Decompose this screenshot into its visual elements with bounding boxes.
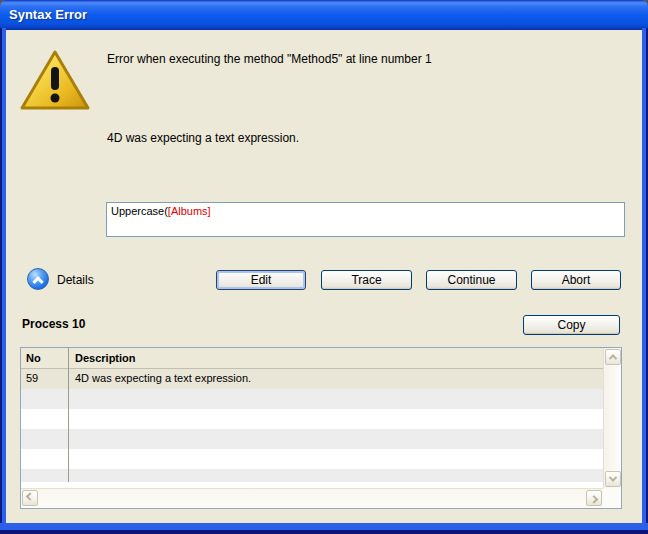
title-bar[interactable]: Syntax Error: [0, 0, 648, 30]
error-table: No Description 59 4D was expecting a tex…: [20, 347, 622, 509]
error-message-line1: Error when executing the method "Method5…: [107, 52, 627, 66]
code-expression-box[interactable]: Uppercase([Albums]: [106, 202, 625, 237]
cell-error-number: 59: [26, 372, 38, 384]
scroll-right-button[interactable]: [586, 490, 602, 506]
chevron-down-icon: [609, 473, 617, 481]
vertical-scrollbar[interactable]: [603, 348, 621, 488]
table-row-empty: [21, 429, 603, 449]
table-row-empty: [21, 449, 603, 469]
table-row-empty: [21, 469, 603, 482]
cell-error-description: 4D was expecting a text expression.: [75, 372, 251, 384]
chevron-left-icon: [26, 492, 34, 500]
details-label: Details: [57, 273, 94, 287]
error-message-line2: 4D was expecting a text expression.: [107, 131, 627, 145]
syntax-error-dialog: Syntax Error Error when executing the me…: [0, 0, 648, 534]
copy-button[interactable]: Copy: [523, 315, 620, 335]
column-divider: [68, 348, 69, 482]
window-frame-right: [642, 28, 648, 534]
scroll-left-button[interactable]: [22, 490, 38, 506]
chevron-up-icon: [32, 276, 43, 287]
chevron-right-icon: [590, 495, 598, 503]
table-row[interactable]: 59 4D was expecting a text expression.: [21, 369, 603, 389]
window-title: Syntax Error: [9, 0, 87, 30]
trace-button[interactable]: Trace: [321, 270, 412, 290]
horizontal-scrollbar[interactable]: [21, 488, 603, 508]
table-body: 59 4D was expecting a text expression.: [21, 369, 603, 488]
scroll-up-button[interactable]: [605, 349, 621, 365]
column-header-description: Description: [75, 352, 136, 364]
window-frame-bottom: [0, 523, 648, 534]
column-header-no: No: [26, 352, 41, 364]
window-frame-left: [0, 28, 6, 534]
warning-icon: [18, 48, 92, 118]
details-toggle-button[interactable]: [27, 268, 49, 290]
abort-button[interactable]: Abort: [531, 270, 621, 290]
code-error-highlight: [Albums]: [168, 205, 211, 217]
code-text: Uppercase(: [111, 205, 168, 217]
table-row-empty: [21, 409, 603, 429]
table-header: No Description: [21, 348, 603, 369]
continue-button[interactable]: Continue: [426, 270, 517, 290]
edit-button[interactable]: Edit: [216, 270, 306, 290]
scroll-down-button[interactable]: [605, 471, 621, 487]
process-title: Process 10: [22, 317, 85, 331]
scrollbar-corner: [603, 488, 621, 508]
table-row-empty: [21, 389, 603, 409]
chevron-up-icon: [609, 354, 617, 362]
